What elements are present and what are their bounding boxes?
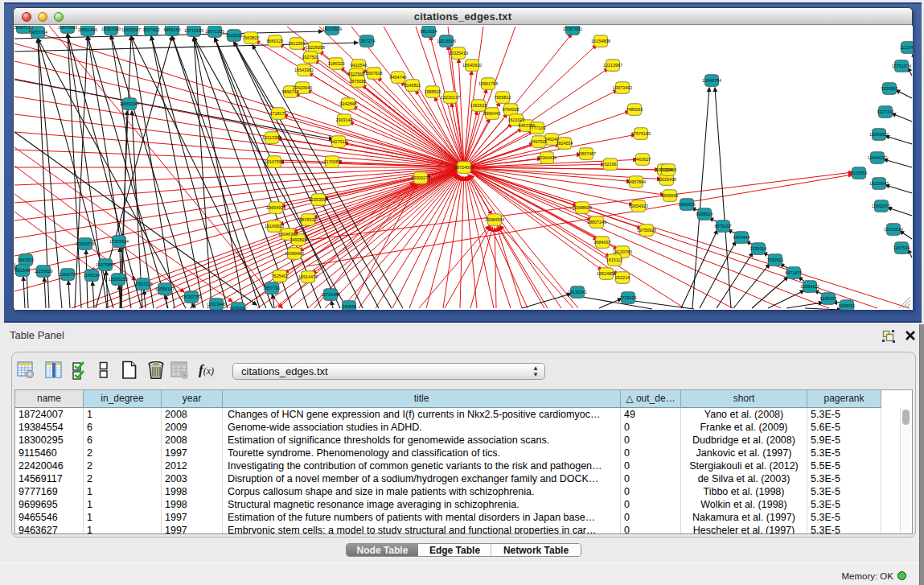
- svg-text:9684067: 9684067: [594, 240, 611, 245]
- svg-text:8245051: 8245051: [839, 303, 856, 308]
- svg-text:12323446: 12323446: [207, 302, 226, 307]
- svg-text:10654112: 10654112: [800, 284, 819, 289]
- svg-text:17957225: 17957225: [133, 282, 153, 286]
- svg-text:8938914: 8938914: [696, 212, 713, 216]
- svg-text:1588520: 1588520: [425, 89, 441, 94]
- svg-text:13220137: 13220137: [441, 95, 460, 100]
- svg-text:17359924: 17359924: [109, 239, 129, 244]
- svg-text:19218506: 19218506: [437, 39, 456, 43]
- svg-text:1615112: 1615112: [606, 257, 623, 262]
- svg-text:19166823: 19166823: [265, 224, 284, 229]
- svg-text:16640910: 16640910: [462, 63, 482, 68]
- svg-text:3824554: 3824554: [556, 141, 573, 146]
- svg-text:13325419: 13325419: [449, 51, 468, 56]
- svg-text:15692971: 15692971: [872, 204, 891, 208]
- svg-text:7625402: 7625402: [272, 274, 289, 278]
- svg-text:9410546: 9410546: [351, 63, 368, 68]
- svg-text:10961758: 10961758: [478, 81, 498, 86]
- svg-text:20091406: 20091406: [78, 27, 97, 32]
- svg-text:1167534: 1167534: [893, 245, 910, 250]
- svg-text:13226058: 13226058: [306, 45, 325, 50]
- svg-text:8990443: 8990443: [484, 111, 501, 116]
- svg-text:9245052: 9245052: [820, 296, 837, 301]
- svg-text:2718176: 2718176: [270, 111, 287, 116]
- svg-text:3493822: 3493822: [290, 237, 307, 242]
- svg-text:1112345: 1112345: [900, 45, 913, 50]
- svg-text:19524851: 19524851: [597, 271, 616, 276]
- svg-text:16154808: 16154808: [591, 39, 610, 43]
- svg-text:62166: 62166: [605, 162, 617, 167]
- svg-text:18381500: 18381500: [101, 27, 121, 31]
- svg-text:16671355: 16671355: [205, 29, 224, 34]
- svg-text:10025438: 10025438: [657, 177, 676, 182]
- svg-text:14957864: 14957864: [626, 179, 646, 184]
- svg-text:14136341: 14136341: [568, 290, 587, 295]
- svg-text:10975887: 10975887: [96, 262, 115, 267]
- svg-text:9245052: 9245052: [230, 306, 247, 310]
- svg-text:13654923: 13654923: [629, 204, 648, 208]
- svg-text:9242848: 9242848: [340, 101, 357, 106]
- svg-text:8813054: 8813054: [421, 29, 437, 34]
- svg-text:8115953: 8115953: [851, 171, 868, 175]
- svg-text:19384554: 19384554: [485, 217, 504, 222]
- svg-text:9857791: 9857791: [264, 286, 281, 290]
- svg-text:10807487: 10807487: [577, 151, 596, 156]
- svg-text:9327503: 9327503: [302, 55, 319, 60]
- svg-text:12093822: 12093822: [869, 132, 889, 137]
- svg-text:9699695: 9699695: [662, 193, 679, 198]
- svg-text:14120786: 14120786: [613, 249, 632, 254]
- svg-text:1621022: 1621022: [508, 117, 525, 122]
- svg-text:12444157: 12444157: [868, 155, 887, 160]
- svg-text:17975165: 17975165: [631, 131, 651, 136]
- svg-text:1362615: 1362615: [470, 103, 487, 108]
- svg-text:10655267: 10655267: [121, 27, 141, 32]
- svg-text:1733426: 1733426: [620, 295, 637, 300]
- svg-text:10688609: 10688609: [573, 205, 592, 210]
- svg-text:14055714: 14055714: [28, 30, 47, 35]
- svg-text:15716485: 15716485: [321, 292, 340, 297]
- svg-text:2903144: 2903144: [336, 117, 353, 122]
- svg-text:8471676: 8471676: [786, 270, 803, 275]
- svg-text:2170083: 2170083: [324, 159, 341, 164]
- svg-text:16210643: 16210643: [869, 181, 889, 186]
- svg-text:9463627: 9463627: [634, 157, 651, 162]
- svg-text:9427512: 9427512: [331, 139, 347, 144]
- svg-text:19573983: 19573983: [58, 26, 77, 30]
- svg-text:8878332: 8878332: [300, 217, 317, 222]
- svg-text:391549: 391549: [15, 268, 30, 273]
- svg-text:18724007: 18724007: [454, 165, 474, 170]
- svg-text:17016514: 17016514: [884, 227, 903, 232]
- svg-text:7963822: 7963822: [243, 35, 260, 40]
- svg-text:3875685: 3875685: [350, 79, 367, 84]
- svg-text:2967608: 2967608: [366, 71, 383, 76]
- svg-text:6466160: 6466160: [164, 27, 181, 32]
- svg-text:10107552: 10107552: [265, 159, 284, 164]
- svg-text:16543362: 16543362: [294, 68, 314, 72]
- svg-text:7357274: 7357274: [359, 39, 376, 43]
- svg-text:9327508: 9327508: [348, 72, 365, 76]
- svg-text:12213383: 12213383: [262, 135, 281, 140]
- svg-text:9227342: 9227342: [877, 109, 894, 114]
- svg-text:7955812: 7955812: [495, 95, 511, 100]
- svg-text:1843501: 1843501: [18, 257, 35, 262]
- svg-text:9474444: 9474444: [733, 235, 750, 240]
- svg-text:23300273: 23300273: [411, 175, 430, 180]
- svg-text:2935114: 2935114: [750, 246, 767, 251]
- svg-text:20364436: 20364436: [537, 155, 556, 160]
- svg-text:16782759: 16782759: [182, 295, 201, 299]
- svg-text:7777109: 7777109: [529, 126, 546, 130]
- svg-text:20387682: 20387682: [563, 27, 582, 31]
- svg-text:9329965: 9329965: [881, 86, 898, 91]
- svg-text:20206576: 20206576: [76, 241, 95, 246]
- svg-text:8454749: 8454749: [390, 75, 407, 80]
- svg-text:7515526: 7515526: [226, 33, 243, 38]
- svg-text:8660125: 8660125: [267, 39, 284, 43]
- svg-text:19756928: 19756928: [637, 228, 656, 233]
- svg-text:12505155: 12505155: [109, 277, 128, 282]
- svg-text:6879197: 6879197: [715, 224, 732, 229]
- svg-text:240834: 240834: [342, 304, 356, 309]
- svg-text:12353594: 12353594: [309, 197, 328, 202]
- svg-text:9146821: 9146821: [405, 83, 421, 88]
- svg-text:11156829: 11156829: [34, 269, 52, 274]
- svg-text:15751074: 15751074: [892, 64, 911, 68]
